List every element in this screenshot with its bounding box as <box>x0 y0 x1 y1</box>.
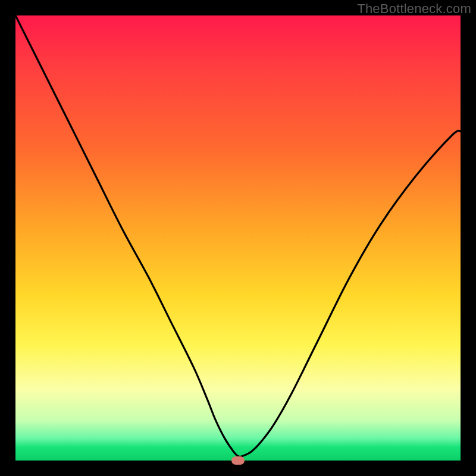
minimum-marker <box>231 456 245 465</box>
bottleneck-curve <box>15 15 461 461</box>
chart-frame: TheBottleneck.com <box>0 0 476 476</box>
plot-area <box>15 15 461 461</box>
watermark-text: TheBottleneck.com <box>357 1 471 17</box>
